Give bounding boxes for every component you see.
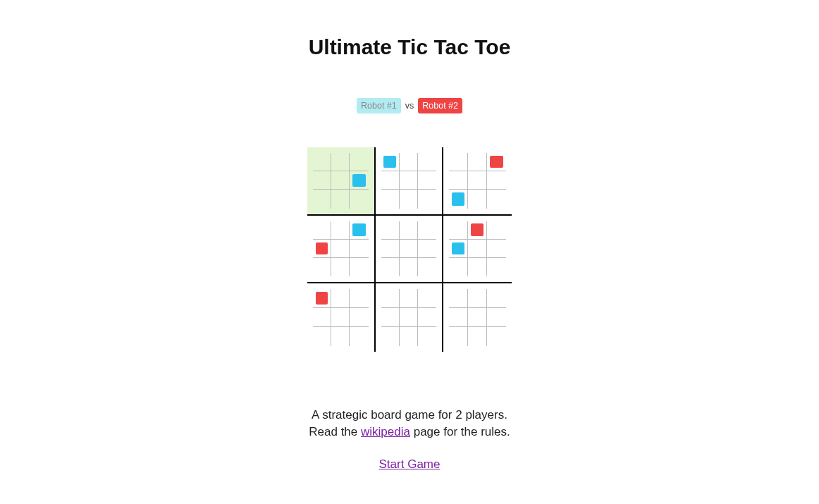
cell-6-6[interactable] (313, 327, 331, 346)
cell-1-0[interactable] (381, 153, 400, 171)
cell-1-4[interactable] (400, 171, 418, 190)
cell-1-2[interactable] (418, 153, 436, 171)
cell-1-7[interactable] (400, 190, 418, 208)
cell-3-2[interactable] (350, 221, 368, 240)
cell-5-2[interactable] (487, 221, 506, 240)
cell-3-8[interactable] (350, 258, 368, 276)
cell-6-2[interactable] (350, 289, 368, 308)
cell-8-6[interactable] (449, 327, 468, 346)
cell-2-8[interactable] (487, 190, 506, 208)
cell-0-8[interactable] (350, 190, 368, 208)
sub-board-6 (307, 283, 376, 352)
cell-5-1[interactable] (468, 221, 487, 240)
cell-2-1[interactable] (468, 153, 487, 171)
cell-2-7[interactable] (468, 190, 487, 208)
cell-3-7[interactable] (331, 258, 350, 276)
cell-0-3[interactable] (313, 171, 331, 190)
cell-5-8[interactable] (487, 258, 506, 276)
cell-2-4[interactable] (468, 171, 487, 190)
cell-5-5[interactable] (487, 240, 506, 258)
cell-6-4[interactable] (331, 308, 350, 327)
cell-6-7[interactable] (331, 327, 350, 346)
cell-5-4[interactable] (468, 240, 487, 258)
cell-4-3[interactable] (381, 240, 400, 258)
cell-4-0[interactable] (381, 221, 400, 240)
cell-6-0[interactable] (313, 289, 331, 308)
players-row: Robot #1 vs Robot #2 (357, 98, 462, 113)
cell-2-3[interactable] (449, 171, 468, 190)
cell-8-4[interactable] (468, 308, 487, 327)
cell-2-2[interactable] (487, 153, 506, 171)
cell-8-1[interactable] (468, 289, 487, 308)
cell-8-5[interactable] (487, 308, 506, 327)
start-game-link[interactable]: Start Game (379, 457, 441, 472)
page-title: Ultimate Tic Tac Toe (309, 35, 511, 59)
cell-3-6[interactable] (313, 258, 331, 276)
player-1-mark (383, 156, 396, 168)
cell-7-3[interactable] (381, 308, 400, 327)
cell-8-3[interactable] (449, 308, 468, 327)
cell-6-1[interactable] (331, 289, 350, 308)
cell-1-5[interactable] (418, 171, 436, 190)
cell-3-3[interactable] (313, 240, 331, 258)
cell-8-7[interactable] (468, 327, 487, 346)
big-board (307, 147, 512, 352)
sub-board-2 (443, 147, 512, 216)
cell-5-7[interactable] (468, 258, 487, 276)
cell-7-1[interactable] (400, 289, 418, 308)
player-1-mark (352, 174, 365, 187)
description: A strategic board game for 2 players. Re… (309, 407, 510, 441)
cell-2-5[interactable] (487, 171, 506, 190)
sub-board-3 (307, 216, 376, 284)
cell-4-4[interactable] (400, 240, 418, 258)
cell-3-0[interactable] (313, 221, 331, 240)
vs-label: vs (404, 101, 416, 111)
cell-4-7[interactable] (400, 258, 418, 276)
cell-6-8[interactable] (350, 327, 368, 346)
cell-7-5[interactable] (418, 308, 436, 327)
cell-3-5[interactable] (350, 240, 368, 258)
cell-8-2[interactable] (487, 289, 506, 308)
cell-2-0[interactable] (449, 153, 468, 171)
cell-0-0[interactable] (313, 153, 331, 171)
player-1-mark (452, 242, 464, 255)
cell-4-1[interactable] (400, 221, 418, 240)
cell-0-6[interactable] (313, 190, 331, 208)
cell-1-1[interactable] (400, 153, 418, 171)
cell-0-2[interactable] (350, 153, 368, 171)
description-line-2: Read the wikipedia page for the rules. (309, 424, 510, 441)
cell-4-6[interactable] (381, 258, 400, 276)
cell-6-3[interactable] (313, 308, 331, 327)
cell-7-2[interactable] (418, 289, 436, 308)
sub-board-8 (443, 283, 512, 352)
cell-5-0[interactable] (449, 221, 468, 240)
player-2-mark (490, 156, 503, 168)
cell-3-4[interactable] (331, 240, 350, 258)
cell-4-8[interactable] (418, 258, 436, 276)
wikipedia-link[interactable]: wikipedia (361, 425, 410, 438)
cell-6-5[interactable] (350, 308, 368, 327)
cell-0-7[interactable] (331, 190, 350, 208)
description-pre: Read the (309, 425, 361, 438)
cell-5-3[interactable] (449, 240, 468, 258)
cell-7-8[interactable] (418, 327, 436, 346)
cell-4-5[interactable] (418, 240, 436, 258)
cell-1-6[interactable] (381, 190, 400, 208)
cell-7-4[interactable] (400, 308, 418, 327)
cell-5-6[interactable] (449, 258, 468, 276)
cell-0-4[interactable] (331, 171, 350, 190)
cell-8-8[interactable] (487, 327, 506, 346)
cell-4-2[interactable] (418, 221, 436, 240)
cell-7-0[interactable] (381, 289, 400, 308)
cell-0-5[interactable] (350, 171, 368, 190)
player-1-badge: Robot #1 (357, 98, 401, 113)
sub-board-5 (443, 216, 512, 284)
cell-1-8[interactable] (418, 190, 436, 208)
cell-0-1[interactable] (331, 153, 350, 171)
cell-3-1[interactable] (331, 221, 350, 240)
cell-2-6[interactable] (449, 190, 468, 208)
cell-7-6[interactable] (381, 327, 400, 346)
cell-1-3[interactable] (381, 171, 400, 190)
cell-8-0[interactable] (449, 289, 468, 308)
cell-7-7[interactable] (400, 327, 418, 346)
